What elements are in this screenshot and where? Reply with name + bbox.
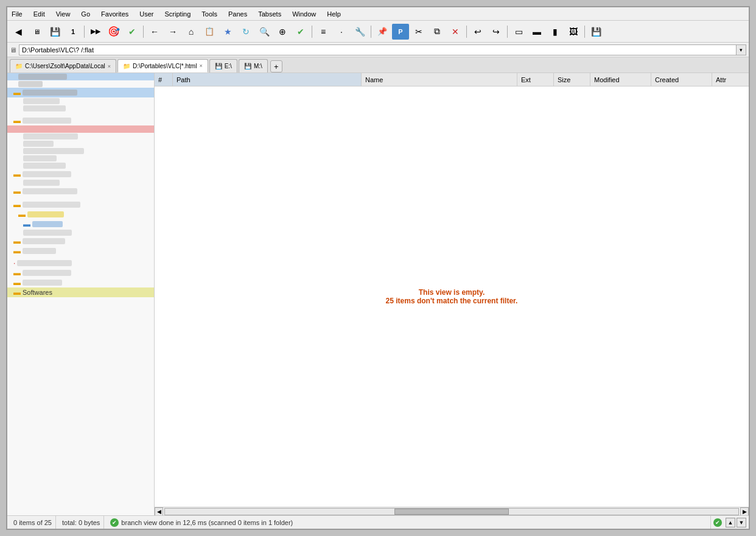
tree-item-6[interactable]: ▬ xyxy=(7,116,154,125)
col-header-name[interactable]: Name xyxy=(362,73,517,86)
tree-item-24[interactable]: ▬ xyxy=(7,278,154,287)
col-header-size[interactable]: Size xyxy=(554,73,590,86)
tab-1[interactable]: 📁 D:\Portables\VLC|*.html × xyxy=(117,59,208,72)
tree-item-20[interactable]: ▬ xyxy=(7,236,154,246)
toolbar-scissors-btn[interactable]: ✂ xyxy=(410,24,427,40)
tab-1-close[interactable]: × xyxy=(199,63,202,69)
toolbar-drive-btn[interactable]: 🖥 xyxy=(28,24,45,40)
toolbar-photos-btn[interactable]: 🖼 xyxy=(565,24,582,40)
toolbar-view1-btn[interactable]: ▭ xyxy=(510,24,527,40)
col-header-attr[interactable]: Attr xyxy=(712,73,749,86)
address-input[interactable] xyxy=(19,44,737,55)
toolbar-delete-btn[interactable]: ✕ xyxy=(447,24,464,40)
empty-message-line1: This view is empty. xyxy=(386,288,518,297)
tree-item-7[interactable] xyxy=(7,125,154,133)
toolbar-bookmarks-btn[interactable]: ★ xyxy=(219,24,236,40)
toolbar-zoom-btn[interactable]: ⊕ xyxy=(274,24,291,40)
status-nav-down-btn[interactable]: ▼ xyxy=(737,518,746,527)
menu-help[interactable]: Help xyxy=(325,10,343,18)
status-bar: 0 items of 25 total: 0 bytes ✔ branch vi… xyxy=(7,515,749,529)
new-tab-btn[interactable]: + xyxy=(270,60,282,72)
menu-tabsets[interactable]: Tabsets xyxy=(256,10,283,18)
tree-item-9[interactable] xyxy=(7,140,154,147)
menu-user[interactable]: User xyxy=(138,10,155,18)
tree-item-softwares[interactable]: ▬ Softwares xyxy=(7,287,154,297)
menu-edit[interactable]: Edit xyxy=(32,10,47,18)
tree-item-2[interactable] xyxy=(7,80,154,88)
toolbar-back-btn[interactable]: ◀ xyxy=(10,24,27,40)
tab-0[interactable]: 📁 C:\Users\Zsolt\AppData\Local × xyxy=(10,59,116,72)
toolbar-view2-btn[interactable]: ▬ xyxy=(528,24,545,40)
status-nav-up-btn[interactable]: ▲ xyxy=(726,518,735,527)
toolbar-fwd-fast-btn[interactable]: ▶▶ xyxy=(87,24,104,40)
menu-scripting[interactable]: Scripting xyxy=(163,10,193,18)
toolbar-search-btn[interactable]: 🔍 xyxy=(256,24,273,40)
scrollbar-track[interactable] xyxy=(164,508,739,515)
col-header-created[interactable]: Created xyxy=(651,73,712,86)
toolbar-pin-btn[interactable]: 📌 xyxy=(374,24,391,40)
toolbar-list-btn[interactable]: ≡ xyxy=(315,24,332,40)
tree-item-19[interactable] xyxy=(7,229,154,236)
toolbar-sep-view-btn[interactable]: · xyxy=(333,24,350,40)
menu-favorites[interactable]: Favorites xyxy=(99,10,130,18)
tree-item-12[interactable] xyxy=(7,162,154,169)
tree-item-1[interactable] xyxy=(7,73,154,80)
tree-item-8[interactable] xyxy=(7,133,154,140)
tree-item-13[interactable]: ▬ xyxy=(7,169,154,179)
menu-panes[interactable]: Panes xyxy=(226,10,249,18)
horizontal-scrollbar[interactable]: ◀ ▶ xyxy=(155,507,749,515)
toolbar-undo-btn[interactable]: ↩ xyxy=(469,24,486,40)
scroll-right-btn[interactable]: ▶ xyxy=(740,507,749,516)
tree-item-15[interactable]: ▬ xyxy=(7,186,154,196)
menu-window[interactable]: Window xyxy=(290,10,318,18)
toolbar-home-btn[interactable]: ⌂ xyxy=(183,24,200,40)
menu-file[interactable]: File xyxy=(10,10,24,18)
toolbar-ok-btn[interactable]: ✔ xyxy=(124,24,141,40)
toolbar-copy-tab-btn[interactable]: 📋 xyxy=(201,24,218,40)
tab-1-label: D:\Portables\VLC|*.html xyxy=(133,63,197,69)
tree-item-3[interactable]: ▬ xyxy=(7,88,154,97)
tree-item-11[interactable] xyxy=(7,155,154,162)
toolbar-nav-fwd-btn[interactable]: → xyxy=(164,24,181,40)
tab-0-close[interactable]: × xyxy=(108,63,111,69)
main-area: ▬ ▬ xyxy=(7,73,749,515)
address-dropdown-btn[interactable]: ▾ xyxy=(737,44,746,55)
toolbar-view3-btn[interactable]: ▮ xyxy=(547,24,564,40)
tab-2[interactable]: 💾 E:\ xyxy=(209,59,237,72)
tree-item-18-blue[interactable]: ▬ xyxy=(7,219,154,229)
toolbar-check-btn[interactable]: ✔ xyxy=(292,24,309,40)
toolbar-save2-btn[interactable]: 💾 xyxy=(587,24,604,40)
tree-item-16[interactable]: ▬ xyxy=(7,200,154,210)
menu-tools[interactable]: Tools xyxy=(200,10,219,18)
col-header-path[interactable]: Path xyxy=(173,73,362,86)
tree-item-4[interactable] xyxy=(7,97,154,105)
toolbar-save-btn[interactable]: 💾 xyxy=(46,24,63,40)
col-header-num[interactable]: # xyxy=(155,73,173,86)
tree-item-22[interactable]: · xyxy=(7,258,154,268)
toolbar-refresh-btn[interactable]: ↻ xyxy=(237,24,254,40)
toolbar-tab1-btn[interactable]: 1 xyxy=(65,24,82,40)
tree-item-23[interactable]: ▬ xyxy=(7,268,154,278)
col-header-ext[interactable]: Ext xyxy=(517,73,554,86)
scrollbar-thumb[interactable] xyxy=(394,509,509,515)
address-icon: 🖥 xyxy=(10,46,16,54)
toolbar-nav-back-btn[interactable]: ← xyxy=(146,24,163,40)
menu-view[interactable]: View xyxy=(54,10,72,18)
total-bytes-text: total: 0 bytes xyxy=(62,519,100,526)
tree-item-10[interactable] xyxy=(7,147,154,155)
tree-item-5[interactable] xyxy=(7,105,154,112)
toolbar-target-btn[interactable]: 🎯 xyxy=(105,24,122,40)
status-items-count: 0 items of 25 xyxy=(10,516,56,529)
scroll-left-btn[interactable]: ◀ xyxy=(155,507,163,516)
toolbar-tool-btn[interactable]: 🔧 xyxy=(351,24,368,40)
toolbar-p-btn[interactable]: P xyxy=(392,24,409,40)
tree-item-14[interactable] xyxy=(7,179,154,186)
tree-item-17-yellow[interactable]: ▬ xyxy=(7,210,154,219)
menu-go[interactable]: Go xyxy=(79,10,92,18)
menu-bar: File Edit View Go Favorites User Scripti… xyxy=(7,7,749,21)
toolbar-redo-btn[interactable]: ↪ xyxy=(488,24,505,40)
tab-3[interactable]: 💾 M:\ xyxy=(239,59,268,72)
toolbar-copy-btn[interactable]: ⧉ xyxy=(429,24,446,40)
col-header-modified[interactable]: Modified xyxy=(590,73,651,86)
tree-item-21[interactable]: ▬ xyxy=(7,246,154,256)
